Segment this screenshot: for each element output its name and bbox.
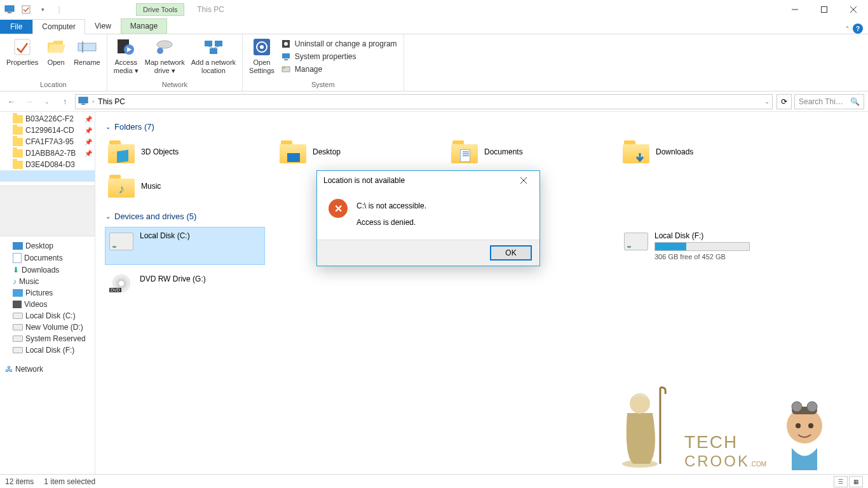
back-button[interactable]: ← [4,94,19,109]
properties-icon[interactable] [19,3,33,17]
search-input[interactable]: Search Thi… 🔍 [794,94,864,109]
add-network-location-button[interactable]: Add a network location [189,36,238,76]
forward-button[interactable]: → [22,94,37,109]
pin-icon: 📌 [85,116,92,123]
dialog-titlebar[interactable]: Location is not available [317,171,539,190]
avatar-illustration [779,394,830,470]
tree-quick-item[interactable]: D3E4D084-D3 [0,159,95,170]
open-settings-button[interactable]: Open Settings [247,36,277,76]
folder-downloads[interactable]: Downloads [620,138,779,166]
computer-tab[interactable]: Computer [32,19,85,34]
svg-point-34 [792,402,802,412]
qat-dropdown-icon[interactable]: ▾ [36,3,50,17]
settings-icon [252,37,272,57]
manage-icon [281,64,291,74]
breadcrumb-this-pc[interactable]: This PC [98,97,125,106]
tree-documents[interactable]: Documents [0,252,95,264]
help-icon[interactable]: ? [853,24,863,34]
details-view-button[interactable]: ☰ [834,476,848,487]
properties-button[interactable]: Properties [4,36,41,68]
folder-documents[interactable]: Documents [449,138,607,166]
refresh-button[interactable]: ⟳ [776,94,792,109]
uninstall-program-button[interactable]: Uninstall or change a program [278,38,400,50]
dialog-close-button[interactable] [514,172,533,189]
tree-pictures[interactable]: Pictures [0,287,95,299]
dvd-drive-icon: DVD [109,274,133,292]
pin-icon: 📌 [85,127,92,134]
drive-c[interactable]: Local Disk (C:) [105,227,264,264]
tree-music[interactable]: ♪Music [0,276,95,287]
drive-icon [13,336,23,342]
context-tab-drive-tools[interactable]: Drive Tools [136,3,184,16]
network-icon: 🖧 [5,365,13,374]
maximize-button[interactable] [810,1,839,18]
folder-icon [13,161,23,169]
ribbon-collapse-icon[interactable]: ˄ [846,25,849,32]
rename-button[interactable]: Rename [71,36,103,68]
tree-selected-blank[interactable] [0,170,95,182]
tree-downloads[interactable]: ⬇Downloads [0,264,95,276]
recent-dropdown[interactable]: ⌄ [39,94,55,109]
open-button[interactable]: Open [42,36,70,68]
address-bar: ← → ⌄ ↑ › This PC ⌄ ⟳ Search Thi… 🔍 [0,92,868,112]
tree-quick-item[interactable]: C1299614-CD📌 [0,125,95,136]
this-pc-icon [78,97,88,107]
monk-illustration [614,381,672,470]
videos-icon [13,301,22,308]
tree-drive-f[interactable]: Local Disk (F:) [0,344,95,356]
folder-3d-objects[interactable]: 3D Objects [105,138,264,166]
chevron-down-icon: ⌄ [105,213,111,220]
quick-access-toolbar: ▾ | [0,3,66,17]
drive-f[interactable]: Local Disk (F:) 306 GB free of 452 GB [620,227,779,264]
tree-network[interactable]: 🖧Network [0,363,95,375]
rename-icon [77,37,97,57]
window-controls [780,1,868,18]
svg-rect-27 [79,97,88,103]
ribbon-group-system: System [247,79,400,90]
file-tab[interactable]: File [0,20,32,34]
folder-music[interactable]: ♪ Music [105,172,264,200]
tree-quick-item[interactable]: CFA1F7A3-95📌 [0,136,95,147]
minimize-button[interactable] [780,1,810,18]
drive-label: Local Disk (C:) [140,231,190,240]
tree-videos[interactable]: Videos [0,299,95,310]
up-button[interactable]: ↑ [57,94,72,109]
pin-icon: 📌 [85,139,92,146]
tree-drive-reserved[interactable]: System Reserved [0,333,95,344]
computer-icon[interactable] [3,3,17,17]
access-media-button[interactable]: Access media ▾ [111,36,141,76]
svg-rect-28 [81,104,85,105]
system-properties-button[interactable]: System properties [278,51,400,62]
tree-drive-c[interactable]: Local Disk (C:) [0,310,95,322]
address-dropdown-icon[interactable]: ⌄ [764,98,770,105]
watermark-suffix: .COM [750,461,766,468]
dialog-ok-button[interactable]: OK [490,245,532,261]
uninstall-icon [281,39,291,49]
icons-view-button[interactable]: ▦ [849,476,863,487]
address-input[interactable]: › This PC ⌄ [75,94,773,109]
dialog-message-1: C:\ is not accessible. [356,201,426,210]
drive-g-dvd[interactable]: DVD DVD RW Drive (G:) [105,271,264,296]
drive-icon [624,233,648,250]
folder-desktop[interactable]: Desktop [277,138,436,166]
folder-label: Downloads [656,147,693,156]
tree-quick-item[interactable]: B03A226C-F2📌 [0,113,95,125]
manage-button[interactable]: Manage [278,64,400,75]
map-network-drive-button[interactable]: Map network drive ▾ [142,36,187,76]
tree-drive-d[interactable]: New Volume (D:) [0,322,95,333]
tree-desktop[interactable]: Desktop [0,240,95,252]
folders-section-header[interactable]: ⌄ Folders (7) [105,122,858,132]
folder-icon [13,149,23,158]
error-dialog: Location is not available ✕ C:\ is not a… [316,170,540,266]
close-button[interactable] [839,1,868,18]
map-drive-label: Map network drive ▾ [145,58,185,75]
manage-tab[interactable]: Manage [121,18,167,34]
folder-icon [280,140,306,163]
watermark-line1: TECH [684,432,766,452]
folder-icon [13,138,23,146]
tree-quick-item[interactable]: D1ABB8A2-7B📌 [0,147,95,159]
access-media-label: Access media ▾ [114,58,139,75]
drive-free-label: 306 GB free of 452 GB [654,253,750,261]
add-location-label: Add a network location [191,58,236,75]
view-tab[interactable]: View [85,18,121,34]
